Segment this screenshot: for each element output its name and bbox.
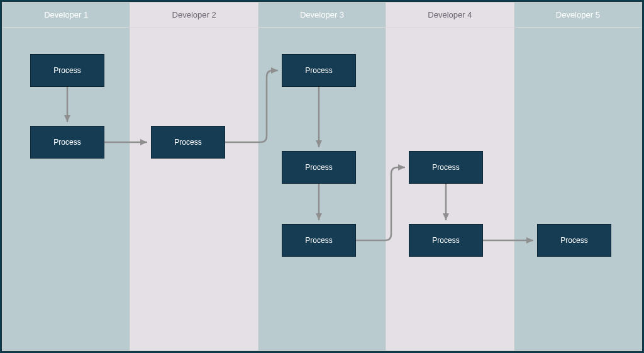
process-box: Process — [282, 224, 356, 257]
process-box: Process — [409, 224, 483, 257]
lane-header: Developer 4 — [386, 3, 513, 28]
lane-header: Developer 1 — [3, 3, 130, 28]
lane-header: Developer 2 — [130, 3, 257, 28]
process-box: Process — [30, 54, 104, 87]
lane-header: Developer 5 — [514, 3, 641, 28]
swimlane-diagram: Developer 1 Developer 2 Developer 3 Deve… — [2, 2, 642, 351]
process-box: Process — [282, 54, 356, 87]
process-box: Process — [30, 126, 104, 159]
process-box: Process — [282, 151, 356, 184]
lane-header: Developer 3 — [258, 3, 386, 28]
process-box: Process — [409, 151, 483, 184]
lane-developer-5: Developer 5 — [514, 3, 641, 350]
process-box: Process — [151, 126, 225, 159]
lane-developer-2: Developer 2 — [130, 3, 258, 350]
process-box: Process — [537, 224, 611, 257]
